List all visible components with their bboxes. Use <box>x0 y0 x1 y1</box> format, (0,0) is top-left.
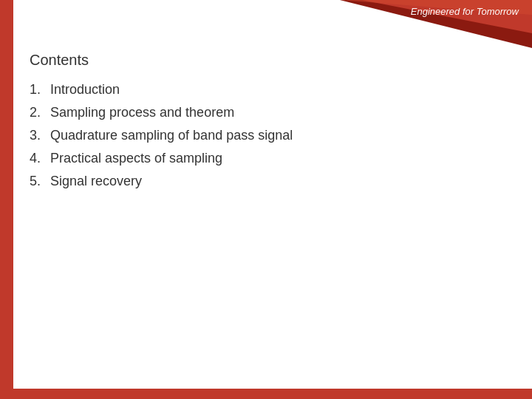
contents-heading: Contents <box>30 52 510 69</box>
list-item-number: 5. <box>30 174 50 189</box>
list-item: 1.Introduction <box>30 82 510 98</box>
bottom-bar-decoration <box>0 389 532 399</box>
content-area: Contents 1.Introduction2.Sampling proces… <box>30 52 510 377</box>
left-bar-decoration <box>0 0 13 399</box>
list-item: 4.Practical aspects of sampling <box>30 151 510 166</box>
list-item-number: 3. <box>30 128 50 143</box>
brand-text: Engineered for Tomorrow <box>411 6 519 17</box>
list-item-text: Introduction <box>50 82 120 98</box>
list-item-number: 2. <box>30 105 50 120</box>
list-item: 5.Signal recovery <box>30 174 510 189</box>
list-item-text: Quadrature sampling of band pass signal <box>50 128 293 143</box>
list-item-number: 4. <box>30 151 50 166</box>
list-item: 3.Quadrature sampling of band pass signa… <box>30 128 510 143</box>
list-item: 2.Sampling process and theorem <box>30 105 510 120</box>
list-item-text: Signal recovery <box>50 174 142 189</box>
list-item-text: Sampling process and theorem <box>50 105 234 120</box>
list-item-text: Practical aspects of sampling <box>50 151 222 166</box>
contents-list: 1.Introduction2.Sampling process and the… <box>30 82 510 189</box>
list-item-number: 1. <box>30 82 50 98</box>
slide: Engineered for Tomorrow Contents 1.Intro… <box>0 0 532 399</box>
